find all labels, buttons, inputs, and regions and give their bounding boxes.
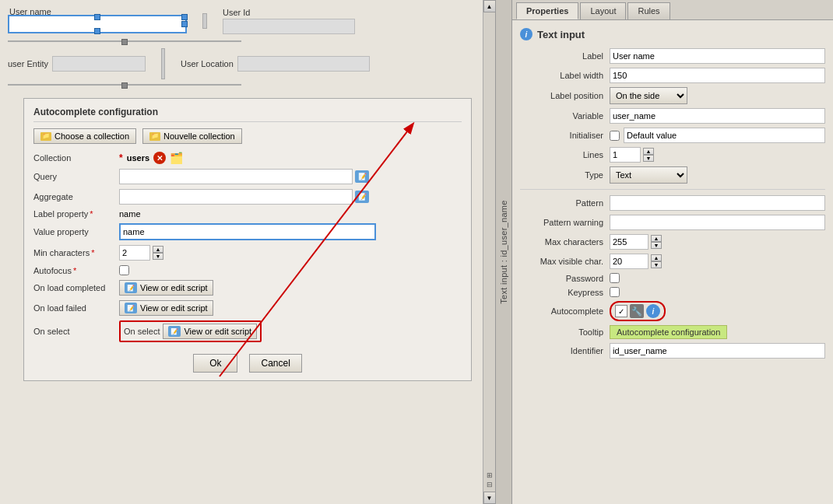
on-load-failed-label: On load failed	[33, 303, 119, 313]
label-property-label: Label property *	[33, 209, 119, 219]
vertical-tab-text: Text input : id_user_name	[499, 200, 508, 303]
prop-lines-label: Lines	[520, 150, 610, 159]
user-entity-field[interactable]	[52, 56, 146, 72]
tab-layout[interactable]: Layout	[580, 2, 626, 19]
scroll-up-button[interactable]: ▲	[483, 0, 496, 12]
user-entity-label: user Entity	[8, 59, 48, 68]
max-visible-down[interactable]: ▼	[651, 261, 662, 268]
prop-max-chars-label: Max characters	[520, 237, 610, 247]
prop-label-position-select[interactable]: On the side On top	[610, 87, 687, 104]
tab-rules[interactable]: Rules	[627, 2, 670, 19]
aggregate-script-icon[interactable]: 📝	[355, 191, 369, 203]
prop-label-width-input[interactable]	[610, 68, 825, 83]
on-load-completed-label: On load completed	[33, 283, 119, 292]
user-id-label: User Id	[223, 8, 355, 17]
aggregate-label: Aggregate	[33, 192, 119, 201]
on-select-script-btn[interactable]: 📝 View or edit script	[163, 324, 257, 339]
tab-properties[interactable]: Properties	[516, 2, 578, 19]
on-select-inner-label: On select	[124, 327, 160, 336]
query-input[interactable]	[119, 169, 353, 184]
prop-max-chars-input[interactable]	[610, 234, 648, 250]
label-property-value: name	[119, 209, 462, 219]
collection-value: users	[127, 153, 149, 163]
prop-type-select[interactable]: Text Integer Float	[610, 166, 687, 184]
autocomplete-info-icon[interactable]: i	[646, 304, 660, 318]
prop-pattern-warning-input[interactable]	[610, 215, 825, 230]
collection-label: Collection	[33, 153, 119, 163]
query-label: Query	[33, 172, 119, 181]
prop-lines-input[interactable]	[610, 147, 641, 163]
value-property-label: Value property	[33, 227, 119, 236]
properties-body: i Text input Label Label width Label pos…	[512, 20, 833, 504]
max-chars-down[interactable]: ▼	[651, 242, 662, 249]
label-prop-required: *	[90, 209, 93, 219]
aggregate-input[interactable]	[119, 189, 353, 205]
max-visible-up[interactable]: ▲	[651, 254, 662, 261]
new-collection-icon: 📁	[149, 132, 160, 141]
prop-password-label: Password	[520, 274, 610, 283]
prop-variable-label: Variable	[520, 111, 610, 121]
cancel-button[interactable]: Cancel	[249, 354, 301, 373]
autocomplete-check-icon[interactable]: ✓	[615, 305, 627, 317]
lines-up[interactable]: ▲	[643, 148, 654, 155]
value-property-input[interactable]	[119, 223, 376, 240]
choose-collection-button[interactable]: 📁 Choose a collection	[33, 128, 136, 144]
on-select-icon: 📝	[168, 326, 181, 337]
prop-label-input[interactable]	[610, 48, 825, 64]
autofocus-checkbox[interactable]	[119, 265, 129, 275]
autocomplete-dialog: Autocomplete configuration 📁 Choose a co…	[23, 98, 472, 381]
tooltip-badge: Autocomplete configuration	[610, 325, 727, 339]
divider-1	[520, 189, 825, 190]
prop-initialiser-input[interactable]	[624, 128, 825, 143]
query-script-icon[interactable]: 📝	[355, 170, 369, 183]
on-load-completed-script-btn[interactable]: 📝 View or edit script	[119, 280, 213, 296]
canvas-area: User name User Id	[0, 0, 495, 94]
min-chars-input[interactable]	[119, 245, 150, 261]
prop-tooltip-label: Tooltip	[520, 327, 610, 337]
prop-initialiser-checkbox[interactable]	[610, 131, 620, 141]
min-chars-up[interactable]: ▲	[153, 246, 163, 253]
prop-identifier-input[interactable]	[610, 343, 825, 359]
user-name-field[interactable]	[8, 15, 187, 33]
prop-max-visible-input[interactable]	[610, 254, 648, 269]
dialog-title: Autocomplete configuration	[33, 107, 462, 122]
on-load-completed-icon: 📝	[125, 282, 137, 293]
max-chars-up[interactable]: ▲	[651, 235, 662, 242]
left-panel: User name User Id	[0, 0, 495, 504]
ok-button[interactable]: Ok	[193, 354, 237, 373]
section-info-icon: i	[520, 28, 532, 40]
prop-keypress-label: Keypress	[520, 288, 610, 297]
collection-icon: 📁	[40, 132, 51, 141]
prop-keypress-checkbox[interactable]	[610, 287, 620, 297]
vertical-tab: Text input : id_user_name	[495, 0, 512, 504]
prop-label-label: Label	[520, 51, 610, 61]
scroll-bottom-icons: ⊞ ⊟	[487, 471, 493, 488]
on-load-failed-script-btn[interactable]: 📝 View or edit script	[119, 300, 213, 316]
collection-delete-icon[interactable]: ✕	[153, 152, 166, 164]
scroll-down-button[interactable]: ▼	[483, 492, 496, 504]
lines-down[interactable]: ▼	[643, 155, 654, 162]
new-collection-button[interactable]: 📁 Nouvelle collection	[142, 128, 242, 144]
prop-max-visible-label: Max visible char.	[520, 257, 610, 266]
left-scrollbar: ▲ ⊞ ⊟ ▼	[483, 0, 495, 504]
user-location-label: User Location	[181, 59, 234, 68]
user-id-field[interactable]	[223, 19, 355, 34]
prop-pattern-input[interactable]	[610, 195, 825, 211]
properties-panel: Properties Layout Rules i Text input Lab…	[512, 0, 833, 504]
properties-tabs: Properties Layout Rules	[512, 0, 833, 20]
prop-initialiser-label: Initialiser	[520, 131, 610, 140]
min-chars-down[interactable]: ▼	[153, 253, 163, 260]
min-chars-label: Min characters *	[33, 248, 119, 257]
on-load-failed-icon: 📝	[125, 303, 137, 313]
prop-pattern-warning-label: Pattern warning	[520, 218, 610, 227]
prop-password-checkbox[interactable]	[610, 273, 620, 283]
user-location-field[interactable]	[237, 56, 370, 72]
on-select-label: On select	[33, 327, 119, 336]
autocomplete-wrench-icon[interactable]: 🔧	[630, 304, 644, 318]
prop-identifier-label: Identifier	[520, 346, 610, 355]
autofocus-label: Autofocus *	[33, 266, 119, 275]
prop-autocomplete-label: Autocomplete	[520, 306, 610, 316]
prop-variable-input[interactable]	[610, 108, 825, 124]
prop-pattern-label: Pattern	[520, 198, 610, 208]
collection-folder-icon[interactable]: 🗂️	[170, 152, 183, 164]
